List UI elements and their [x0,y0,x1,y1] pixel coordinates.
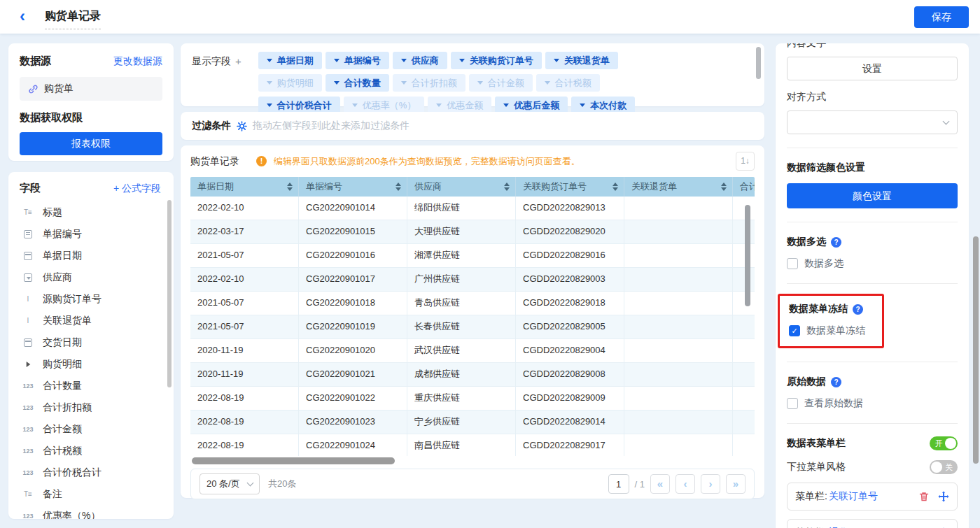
align-label: 对齐方式 [787,91,958,104]
color-settings-button[interactable]: 颜色设置 [787,183,958,208]
field-chip[interactable]: 单据编号 [326,52,389,69]
field-chip[interactable]: 合计折扣额 [393,74,465,92]
align-select[interactable] [787,110,958,134]
field-chip[interactable]: 单据日期 [258,52,322,69]
column-header[interactable]: 供应商 [407,177,516,197]
field-item[interactable]: 123合计价税合计 [20,462,167,483]
help-icon[interactable]: ? [831,377,841,387]
field-item[interactable]: I关联退货单 [20,310,167,331]
field-item[interactable]: 购货明细 [20,353,167,375]
sort-arrows-icon[interactable] [608,183,618,191]
pagination-bar: 20 条/页 共20条 1 / 1 « ‹ › » [190,469,755,499]
sort-arrows-icon[interactable] [500,183,510,191]
chevron-down-icon [247,480,254,487]
next-page-button[interactable]: › [701,474,720,494]
sort-arrows-icon[interactable] [717,183,727,191]
text-icon: I [20,295,36,303]
divider [787,423,958,424]
field-item[interactable]: I源购货订单号 [20,288,167,310]
chevron-down-icon [943,118,950,125]
multi-select-checkbox[interactable] [787,258,798,269]
caret-down-icon [401,59,407,62]
divider [787,283,958,284]
column-header[interactable]: 单据编号 [299,177,407,197]
field-chip[interactable]: 合计数量 [326,74,389,92]
field-chip[interactable]: 关联购货订单号 [451,52,542,69]
field-chip[interactable]: 供应商 [393,52,447,69]
table-row: 2021-05-07CG20220901019长春供应链CGDD20220829… [190,315,755,339]
field-item[interactable]: 供应商 [20,266,167,288]
expand-icon[interactable] [20,361,36,368]
field-item[interactable]: 单据日期 [20,245,167,266]
column-header[interactable]: 关联退货单 [624,177,733,197]
table-menu-bar-toggle[interactable]: 开 [930,436,958,450]
field-item[interactable]: 123优惠率（%） [20,505,167,519]
filter-title: 过滤条件 [192,120,231,132]
table-vertical-scrollbar[interactable] [745,205,750,306]
gear-icon[interactable] [237,121,247,131]
back-icon[interactable]: ‹ [20,6,25,26]
table-row: 2022-03-17CG20220901015大理供应链CGDD20220829… [190,220,755,244]
field-item[interactable]: T≡标题 [20,201,167,223]
caret-down-icon [436,104,442,107]
number-icon: 123 [20,383,36,390]
menu-freeze-checkbox[interactable]: ✓ [789,325,800,336]
change-datasource-link[interactable]: 更改数据源 [113,55,162,68]
filter-panel[interactable]: 过滤条件 拖动左侧字段到此处来添加过滤条件 [181,112,764,140]
raw-data-checkbox[interactable] [787,398,798,409]
field-item[interactable]: 单据编号 [20,223,167,245]
field-chip[interactable]: 关联退货单 [545,52,618,69]
add-display-field-button[interactable]: + [235,55,241,67]
dropdown-style-toggle[interactable]: 关 [930,460,958,474]
first-page-button[interactable]: « [650,474,670,494]
datasource-title: 数据源 [20,55,51,68]
field-item[interactable]: 123合计折扣额 [20,397,167,418]
sort-arrows-icon[interactable] [391,183,401,191]
raw-data-title: 原始数据 [787,376,826,388]
help-icon[interactable]: ? [853,304,863,315]
chips-scrollbar[interactable] [756,47,761,79]
table-row: 2022-02-10CG20220901014绵阳供应链CGDD20220829… [190,197,755,220]
menu-bar-item[interactable]: 菜单栏: 退货 [787,519,958,528]
menu-bar-item[interactable]: 菜单栏: 关联订单号 [787,483,958,511]
datasource-item[interactable]: 购货单 [20,77,162,101]
help-icon[interactable]: ? [831,237,841,248]
field-item[interactable]: 123合计金额 [20,418,167,440]
field-chip[interactable]: 购货明细 [258,74,322,92]
move-icon[interactable] [938,491,949,502]
page-size-select[interactable]: 20 条/页 [200,473,260,494]
add-formula-field-link[interactable]: + 公式字段 [113,183,161,195]
field-chip[interactable]: 合计金额 [469,74,533,92]
fields-title: 字段 [20,182,41,195]
field-item[interactable]: 123合计税额 [20,440,167,462]
last-page-button[interactable]: » [726,474,746,494]
report-permission-button[interactable]: 报表权限 [20,132,162,155]
menu-bar-item-link[interactable]: 关联订单号 [829,490,878,503]
total-count: 共20条 [268,478,296,490]
sort-arrows-icon[interactable] [283,183,293,191]
fields-scrollbar[interactable] [167,200,172,387]
field-item[interactable]: T≡备注 [20,483,167,505]
caret-down-icon [459,59,465,62]
field-item[interactable]: 交货日期 [20,331,167,353]
column-header[interactable]: 合计数量 [733,177,755,197]
scrollbar-thumb[interactable] [192,457,395,464]
save-button[interactable]: 保存 [914,6,969,28]
delete-icon[interactable] [918,491,930,502]
content-settings-button[interactable]: 设置 [787,57,958,80]
column-header[interactable]: 关联购货订单号 [516,177,624,197]
table-row: 2022-08-19CG20220901024南昌供应链CGDD20220829… [190,434,755,456]
sort-button[interactable]: 1↓ [736,152,755,171]
field-item[interactable]: 123合计数量 [20,375,167,397]
content-text-label: 内容文字 [787,43,958,51]
filter-color-title: 数据筛选颜色设置 [787,162,865,174]
table-horizontal-scrollbar[interactable] [190,457,755,464]
toggle-knob [931,462,942,473]
table-viewport: 单据日期 单据编号 供应商 关联购货订单号 关联退货单 合计数量 2022-02… [190,177,755,456]
field-chip[interactable]: 合计税额 [536,74,600,92]
current-page-input[interactable]: 1 [608,474,629,494]
page-scrollbar[interactable] [973,236,979,464]
prev-page-button[interactable]: ‹ [676,474,695,494]
column-header[interactable]: 单据日期 [190,177,299,197]
title-icon: T≡ [20,490,36,498]
